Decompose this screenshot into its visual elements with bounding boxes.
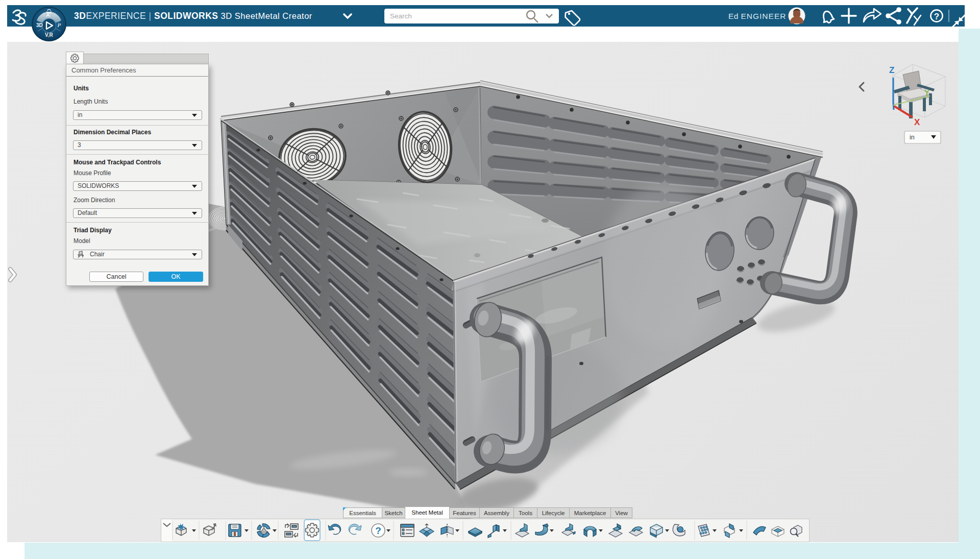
svg-text:?: ? bbox=[375, 525, 381, 536]
svg-text:3DEXPERIENCE | SOLIDWORKS 3D: 3DEXPERIENCE | SOLIDWORKS 3D SheetMetal … bbox=[74, 11, 312, 21]
svg-text:X: X bbox=[914, 117, 920, 127]
svg-text:?: ? bbox=[934, 12, 939, 21]
svg-text:in: in bbox=[910, 134, 915, 141]
svg-text:i²: i² bbox=[58, 22, 61, 28]
svg-text:3D: 3D bbox=[36, 22, 43, 28]
svg-text:Z: Z bbox=[889, 65, 894, 75]
svg-text:V,R: V,R bbox=[45, 32, 54, 38]
svg-text:Ed ENGINEER: Ed ENGINEER bbox=[728, 12, 786, 20]
svg-text:Search: Search bbox=[390, 12, 412, 20]
